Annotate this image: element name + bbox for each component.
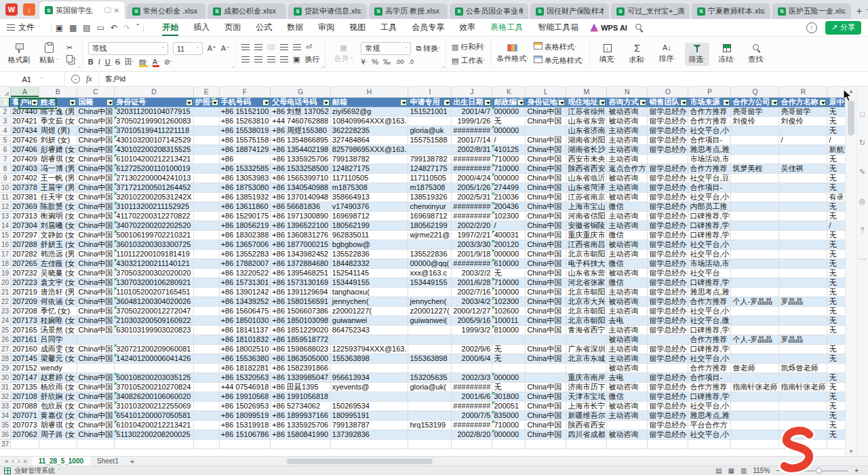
cell[interactable] — [779, 126, 827, 136]
cell[interactable] — [779, 250, 827, 259]
cell[interactable]: 360103200303300725 — [115, 240, 193, 250]
cell[interactable] — [193, 335, 219, 345]
cell[interactable]: +86 1391129694 — [271, 288, 330, 297]
cell[interactable]: / — [827, 136, 845, 145]
cell[interactable]: 微信 — [607, 259, 648, 269]
cell[interactable] — [731, 183, 779, 193]
cell[interactable]: 被动咨询 — [607, 402, 648, 411]
cell[interactable]: 117110505 — [408, 174, 452, 183]
cell[interactable]: 四川省成都 — [566, 430, 607, 440]
cell[interactable]: 180995191 — [330, 411, 408, 421]
cell[interactable]: +86 1565399710 — [271, 174, 330, 183]
cell[interactable]: +86 1340540988 — [271, 183, 330, 193]
cell[interactable] — [648, 155, 688, 164]
cell[interactable]: 山东省临沂 — [566, 174, 607, 183]
cell[interactable]: 210036 — [492, 193, 526, 202]
cell[interactable] — [193, 193, 219, 202]
cell[interactable] — [779, 326, 827, 335]
header-cell[interactable]: 邮政编码 — [492, 97, 526, 107]
cell[interactable]: 社交平台 — [688, 269, 731, 278]
cell[interactable]: 汤景然 (女 — [39, 326, 77, 335]
cell[interactable]: 962835011 — [330, 231, 408, 240]
new-tab-button[interactable]: + — [851, 5, 866, 19]
column-header-D[interactable]: D — [115, 87, 193, 97]
cell[interactable] — [526, 373, 566, 383]
cell[interactable]: 无 — [827, 259, 845, 269]
cell[interactable]: 被动咨询 — [607, 240, 648, 250]
filter-dropdown-icon[interactable] — [443, 99, 450, 106]
row-header-16[interactable]: 16 — [0, 240, 11, 250]
align-left-icon[interactable] — [241, 56, 250, 62]
rail-icon[interactable]: ✎ — [859, 168, 865, 176]
cell[interactable]: 207313 — [11, 212, 39, 221]
currency-button[interactable]: ¥ˇ — [361, 58, 367, 66]
cell[interactable]: 社交平台,小 — [688, 126, 731, 136]
cell[interactable]: 无 — [827, 373, 845, 383]
cell[interactable] — [731, 240, 779, 250]
cell[interactable] — [607, 440, 648, 449]
row-header-36[interactable]: 36 — [0, 430, 11, 440]
cancel-icon[interactable]: − — [71, 75, 80, 83]
cell[interactable]: China中国 — [526, 231, 566, 240]
cell[interactable]: 被动咨询 — [607, 117, 648, 126]
cell[interactable]: +86 1580841990 — [271, 430, 330, 440]
cell[interactable]: 主动咨询 — [607, 250, 648, 259]
rail-icon[interactable]: ◎ — [859, 197, 866, 206]
cell[interactable]: 市场活动,市 — [688, 259, 731, 269]
cell[interactable] — [526, 364, 566, 373]
cell[interactable] — [731, 345, 779, 354]
cell[interactable] — [271, 440, 330, 449]
cell[interactable] — [827, 440, 845, 449]
cell[interactable]: 810000 — [492, 326, 526, 335]
cell[interactable]: 无 — [827, 183, 845, 193]
document-tab[interactable]: S 贷款申请信息.xlsx 🖵 ✕ — [288, 3, 367, 19]
cell[interactable]: 411702200312270822 — [115, 212, 193, 221]
cell[interactable]: +86 — [219, 155, 271, 164]
cell[interactable]: 留学总经办 — [648, 269, 688, 278]
cell[interactable]: 825798695XXX@163. — [330, 145, 408, 155]
align-top-icon[interactable] — [241, 44, 250, 50]
cell[interactable]: +86 13220522 — [219, 269, 271, 278]
cell[interactable] — [452, 364, 492, 373]
cell[interactable]: 留学总经办 — [648, 402, 688, 411]
cell[interactable] — [193, 421, 219, 430]
cell[interactable]: 207288 — [11, 240, 39, 250]
cell[interactable]: China中国 — [526, 411, 566, 421]
cell[interactable]: 362228235 — [330, 126, 408, 136]
cell[interactable]: 王晨宇 (男 — [39, 183, 77, 193]
rows-cols-button[interactable]: ▥ 行和列ˇ — [452, 42, 485, 52]
cell[interactable]: 被动咨询 — [607, 430, 648, 440]
document-tab[interactable]: S 可过_支付宝+_滴滴 🖵 ✕ — [611, 3, 690, 19]
grow-font-icon[interactable]: A⁺ — [208, 45, 216, 52]
cell[interactable]: China中国 — [77, 136, 115, 145]
cell[interactable]: 主动咨询 — [607, 411, 648, 421]
cell[interactable]: 135522836 — [408, 250, 452, 259]
cell[interactable] — [779, 345, 827, 354]
row-header-28[interactable]: 28 — [0, 354, 11, 364]
cell[interactable]: 口碑推荐,学 — [688, 392, 731, 402]
vertical-scroll-thumb[interactable] — [848, 100, 854, 136]
cell[interactable] — [77, 364, 115, 373]
cell[interactable]: +86 15106786 — [219, 430, 271, 440]
copy-icon[interactable]: ˇ — [66, 55, 77, 64]
cell[interactable]: 衡琬明 (女 — [39, 212, 77, 221]
cell[interactable]: 社交平台,小 — [688, 402, 731, 411]
cell[interactable]: 山东省东营 — [566, 269, 607, 278]
cell[interactable]: 152541145 — [330, 269, 408, 278]
cell[interactable]: 山东省菏泽 — [566, 183, 607, 193]
row-header-6[interactable]: 6 — [0, 145, 11, 155]
cell[interactable]: 207434 — [11, 126, 39, 136]
cell[interactable]: 唐浩轩 (男 — [39, 288, 77, 297]
cell[interactable]: China中国 — [526, 402, 566, 411]
rail-icon[interactable]: ⋯ — [859, 254, 866, 263]
filter-dropdown-icon[interactable] — [558, 99, 565, 106]
cell[interactable]: 207108 — [11, 392, 39, 402]
wps-ai-button[interactable]: WPS AI — [590, 24, 627, 32]
cell[interactable]: China中国 — [526, 202, 566, 212]
cell[interactable]: +86 15026953 — [219, 402, 271, 411]
cell[interactable] — [193, 221, 219, 231]
cell[interactable]: 合作方推荐 — [688, 107, 731, 117]
cell[interactable]: 710000 — [492, 421, 526, 430]
cell[interactable]: +86 1506607386 — [271, 307, 330, 316]
row-header-29[interactable]: 29 — [0, 364, 11, 373]
